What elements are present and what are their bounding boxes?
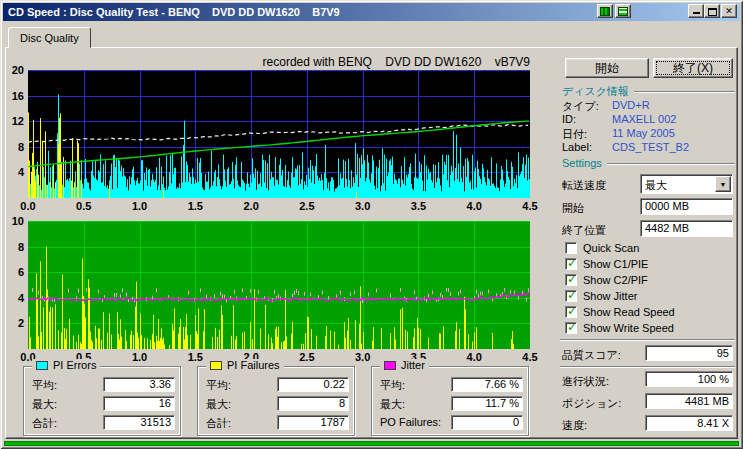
pi-errors-title: PI Errors [53, 359, 96, 371]
x-tick-label: 4.5 [516, 351, 544, 363]
y-tick-label: 8 [18, 141, 24, 153]
x-tick-label: 2.5 [293, 351, 321, 363]
disc-info-title: ディスク情報 [562, 84, 629, 99]
checkbox-box [565, 306, 577, 318]
speed-label: 速度: [562, 418, 587, 433]
tab-disc-quality[interactable]: Disc Quality [8, 27, 91, 48]
checkbox-show-write-speed[interactable]: Show Write Speed [565, 321, 674, 335]
avg-label: 平均: [32, 378, 57, 393]
avg-label: 平均: [206, 378, 231, 393]
pi-failures-avg-value: 0.22 [277, 377, 349, 392]
checkbox-label: Show C1/PIE [583, 258, 648, 270]
pi-errors-legend: PI Errors [32, 359, 100, 371]
sheet-icon [618, 7, 628, 16]
jitter-title: Jitter [401, 359, 425, 371]
maximize-button[interactable] [704, 4, 720, 18]
disc-label-label: Label: [562, 141, 592, 153]
pi-errors-total-value: 31513 [103, 415, 175, 430]
cd-speed-window: CD Speed : Disc Quality Test - BENQ DVD … [0, 0, 743, 449]
minimize-button[interactable] [688, 4, 704, 18]
section-divider [634, 91, 735, 93]
transfer-speed-label: 転送速度 [562, 178, 606, 193]
disc-info-section-header: ディスク情報 [562, 84, 735, 99]
minimize-icon [693, 12, 700, 14]
disc-date-value: 11 May 2005 [612, 127, 675, 139]
scan-progress-bar [4, 441, 739, 446]
end-position-field[interactable]: 4482 MB [640, 220, 733, 237]
y-tick-label: 12 [12, 115, 24, 127]
close-icon: ✕ [725, 6, 733, 16]
y-tick-label: 4 [18, 292, 24, 304]
start-button[interactable]: 開始 [565, 58, 649, 78]
x-tick-label: 4.0 [460, 200, 488, 212]
y-tick-label: 2 [18, 317, 24, 329]
y-tick-label: 16 [12, 90, 24, 102]
checkbox-label: Show C2/PIF [583, 274, 648, 286]
checkbox-show-read-speed[interactable]: Show Read Speed [565, 305, 675, 319]
checkbox-label: Show Write Speed [583, 322, 674, 334]
checkbox-box [565, 274, 577, 286]
pi-failures-panel: PI Failures 平均:0.22 最大:8 合計:1787 [197, 366, 355, 436]
pi-errors-color-swatch [36, 361, 48, 370]
close-button[interactable]: ✕ [721, 4, 737, 18]
y-tick-label: 10 [12, 215, 24, 227]
checkbox-show-jitter[interactable]: Show Jitter [565, 289, 637, 303]
x-tick-label: 2.0 [237, 200, 265, 212]
pie-chart-canvas [28, 70, 530, 198]
tab-label: Disc Quality [20, 32, 79, 44]
checkbox-label: Show Read Speed [583, 306, 675, 318]
speed-select-value: 最大 [645, 178, 667, 193]
disc-type-label: タイプ: [562, 99, 599, 114]
max-label: 最大: [206, 397, 231, 412]
disc-label-value: CDS_TEST_B2 [612, 141, 689, 153]
chart-header: recorded with BENQ DVD DD DW1620 vB7V9 [130, 55, 530, 69]
checkbox-box [565, 242, 577, 254]
titlebar-sheet-button[interactable] [615, 4, 631, 18]
disc-type-value: DVD+R [612, 99, 650, 111]
y-tick-label: 4 [18, 166, 24, 178]
pif-chart-canvas [28, 221, 530, 349]
po-failures-label: PO Failures: [380, 416, 441, 428]
jitter-color-swatch [384, 361, 396, 370]
titlebar-graph-button[interactable] [597, 4, 613, 18]
pi-failures-total-value: 1787 [277, 415, 349, 430]
section-divider [607, 163, 735, 165]
checkbox-box [565, 322, 577, 334]
jitter-panel: Jitter 平均:7.66 % 最大:11.7 % PO Failures:0 [371, 366, 529, 436]
x-tick-label: 3.5 [404, 200, 432, 212]
checkbox-quick-scan[interactable]: Quick Scan [565, 241, 639, 255]
total-label: 合計: [32, 416, 57, 431]
settings-title: Settings [562, 157, 602, 169]
pi-failures-color-swatch [210, 361, 222, 370]
start-position-field[interactable]: 0000 MB [640, 198, 733, 215]
position-label: ポジション: [562, 396, 621, 411]
checkbox-show-c2-pif[interactable]: Show C2/PIF [565, 273, 648, 287]
jitter-legend: Jitter [380, 359, 429, 371]
x-tick-label: 0.5 [70, 200, 98, 212]
checkbox-show-c1-pie[interactable]: Show C1/PIE [565, 257, 648, 271]
disc-id-value: MAXELL 002 [612, 113, 676, 125]
pi-failures-legend: PI Failures [206, 359, 284, 371]
x-tick-label: 1.0 [126, 351, 154, 363]
speed-select[interactable]: 最大 ▼ [640, 174, 733, 194]
speed-value-field: 8.41 X [645, 415, 733, 431]
bottom-chart-y-axis: 246810 [2, 221, 26, 349]
x-tick-label: 1.5 [181, 200, 209, 212]
window-title: CD Speed : Disc Quality Test - BENQ DVD … [3, 6, 340, 18]
progress-value-field: 100 % [645, 371, 733, 387]
start-position-label: 開始 [562, 201, 584, 216]
y-tick-label: 20 [12, 64, 24, 76]
max-label: 最大: [380, 397, 405, 412]
end-position-label: 終了位置 [562, 223, 606, 238]
chevron-down-icon[interactable]: ▼ [715, 176, 731, 192]
exit-button[interactable]: 終了(X) [653, 58, 733, 78]
checkbox-label: Show Jitter [583, 290, 637, 302]
jitter-max-value: 11.7 % [451, 396, 523, 411]
x-tick-label: 2.5 [293, 200, 321, 212]
y-tick-label: 6 [18, 266, 24, 278]
jitter-avg-value: 7.66 % [451, 377, 523, 392]
divider [560, 339, 735, 341]
po-failures-value: 0 [451, 415, 523, 430]
settings-section-header: Settings [562, 157, 735, 169]
x-tick-label: 4.0 [460, 351, 488, 363]
